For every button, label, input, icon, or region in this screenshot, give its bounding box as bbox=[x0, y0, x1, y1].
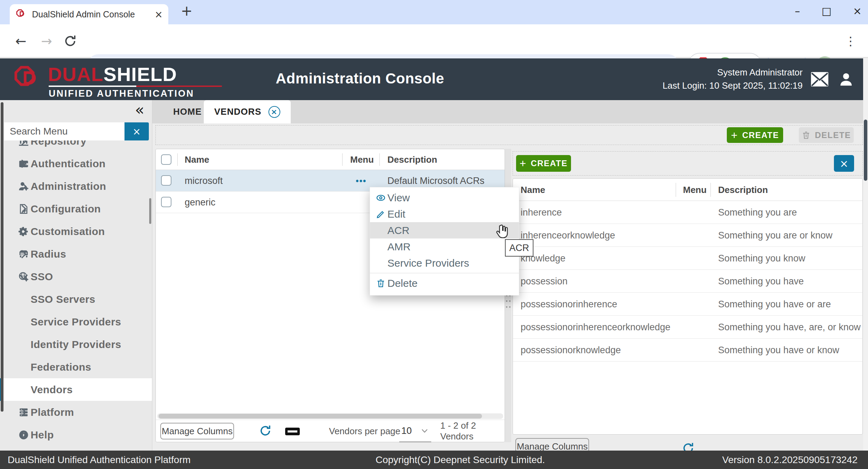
sidebar-item-sso-servers[interactable]: SSO Servers bbox=[0, 288, 152, 310]
row-checkbox[interactable] bbox=[161, 175, 171, 186]
acr-row-possession[interactable]: possessionSomething you have bbox=[513, 270, 862, 293]
acr-name: inherenceorknowledge bbox=[521, 224, 615, 247]
per-page-label: Vendors per page bbox=[329, 420, 400, 442]
sidebar-item-help[interactable]: Help bbox=[0, 423, 152, 446]
acr-table-footer-clipped: Manage Columns bbox=[513, 435, 863, 451]
sidebar-item-administration[interactable]: Administration bbox=[0, 175, 152, 197]
sidebar-item-label: Vendors bbox=[31, 384, 73, 396]
sidebar-item-label: SSO Servers bbox=[31, 293, 95, 305]
acr-description: Something you have or are bbox=[718, 293, 831, 316]
acr-row-possessionorinherence[interactable]: possessionorinherenceSomething you have … bbox=[513, 293, 862, 316]
trash-icon bbox=[802, 131, 811, 140]
acr-table: Name Menu Description inherenceSomething… bbox=[513, 178, 863, 435]
back-button[interactable]: ← bbox=[13, 33, 29, 49]
browser-tab-title: DualShield Admin Console bbox=[32, 9, 150, 19]
browser-tab[interactable]: DualShield Admin Console × bbox=[10, 4, 168, 24]
sidebar-scrollbar-left[interactable] bbox=[1, 102, 3, 412]
browser-tab-bar: DualShield Admin Console × + – □ × bbox=[0, 0, 868, 24]
per-page-select[interactable]: 10 bbox=[399, 420, 431, 442]
splitter-grip-icon bbox=[506, 295, 510, 310]
window-close-button[interactable]: × bbox=[853, 5, 862, 17]
acr-panel-close-button[interactable]: × bbox=[834, 155, 854, 172]
sidebar-item-label: Help bbox=[31, 429, 54, 441]
user-profile-icon[interactable] bbox=[838, 71, 854, 88]
logo-rule-white bbox=[49, 86, 136, 87]
new-tab-button[interactable]: + bbox=[181, 3, 193, 19]
reload-button[interactable] bbox=[63, 34, 77, 48]
sidebar-item-service-providers[interactable]: Service Providers bbox=[0, 310, 152, 333]
chevron-down-icon bbox=[18, 271, 29, 282]
eye-icon bbox=[375, 193, 387, 203]
horizontal-scrollbar[interactable] bbox=[157, 413, 503, 419]
acr-row-inherence[interactable]: inherenceSomething you are bbox=[513, 201, 862, 224]
user-info: System Administrator Last Login: 10 Sept… bbox=[662, 66, 803, 92]
sidebar-item-sso[interactable]: SSO bbox=[0, 265, 152, 288]
dualshield-favicon bbox=[15, 8, 27, 20]
acr-table-rows: inherenceSomething you areinherenceorkno… bbox=[513, 201, 862, 362]
manage-columns-button[interactable]: Manage Columns bbox=[160, 423, 234, 439]
column-header-menu[interactable]: Menu bbox=[350, 149, 374, 170]
sidebar-item-label: Platform bbox=[31, 406, 74, 418]
sidebar-scrollbar[interactable] bbox=[149, 198, 151, 224]
mail-icon[interactable] bbox=[810, 71, 829, 88]
sidebar-item-customisation[interactable]: Customisation bbox=[0, 220, 152, 243]
sidebar-item-label: Service Providers bbox=[31, 316, 121, 328]
context-menu-item-edit[interactable]: Edit bbox=[370, 206, 519, 222]
tab-close-icon[interactable]: × bbox=[155, 9, 163, 20]
column-header-description[interactable]: Description bbox=[718, 179, 768, 201]
context-menu-label: Service Providers bbox=[387, 257, 469, 269]
chevron-right-icon bbox=[18, 203, 29, 215]
sidebar-item-vendors[interactable]: Vendors bbox=[0, 378, 152, 401]
acr-row-knowledge[interactable]: knowledgeSomething you know bbox=[513, 247, 862, 270]
footer-copyright: Copyright(C) Deepnet Security Limited. bbox=[376, 451, 545, 469]
refresh-icon[interactable] bbox=[259, 424, 272, 437]
acr-row-inherenceorknowledge[interactable]: inherenceorknowledgeSomething you are or… bbox=[513, 224, 862, 247]
last-login: Last Login: 10 Sept 2025, 11:02:19 bbox=[662, 79, 803, 92]
page-scrollbar[interactable] bbox=[863, 58, 868, 451]
column-header-description[interactable]: Description bbox=[387, 149, 437, 170]
context-menu-item-delete[interactable]: Delete bbox=[370, 273, 519, 293]
manage-columns-button[interactable]: Manage Columns bbox=[515, 438, 589, 451]
page-scrollbar-thumb[interactable] bbox=[864, 120, 867, 181]
density-icon[interactable] bbox=[285, 428, 300, 435]
context-menu-item-view[interactable]: View bbox=[370, 189, 519, 206]
acr-row-possessionorinherenceorknowledge[interactable]: possessionorinherenceorknowledgeSomethin… bbox=[513, 316, 862, 339]
context-menu-label: Edit bbox=[387, 208, 405, 220]
select-all-checkbox[interactable] bbox=[161, 154, 171, 165]
column-header-menu[interactable]: Menu bbox=[683, 179, 707, 201]
column-header-name[interactable]: Name bbox=[521, 179, 545, 201]
window-maximize-button[interactable]: □ bbox=[822, 5, 831, 17]
sidebar-item-configuration[interactable]: Configuration bbox=[0, 197, 152, 220]
sidebar-item-radius[interactable]: Radius bbox=[0, 243, 152, 265]
window-minimize-button[interactable]: – bbox=[795, 5, 800, 17]
chevron-right-icon bbox=[18, 249, 29, 260]
sidebar-item-platform[interactable]: Platform bbox=[0, 401, 152, 423]
search-menu-input[interactable] bbox=[4, 122, 124, 140]
acr-name: possessionorknowledge bbox=[521, 339, 621, 362]
acr-name: possessionorinherenceorknowledge bbox=[521, 316, 670, 339]
row-menu-button[interactable]: ••• bbox=[356, 170, 367, 192]
sidebar-item-federations[interactable]: Federations bbox=[0, 356, 152, 378]
create-acr-button[interactable]: +CREATE bbox=[516, 155, 571, 172]
delete-vendor-button[interactable]: DELETE bbox=[799, 127, 854, 143]
context-menu-item-service-providers[interactable]: Service Providers bbox=[370, 255, 519, 271]
scrollbar-thumb[interactable] bbox=[159, 414, 482, 419]
browser-menu-icon[interactable]: ⋮ bbox=[843, 33, 858, 49]
icon-spacer bbox=[375, 226, 387, 235]
search-clear-button[interactable]: × bbox=[124, 122, 149, 140]
row-checkbox[interactable] bbox=[161, 197, 171, 207]
column-header-name[interactable]: Name bbox=[185, 149, 209, 170]
tab-vendors[interactable]: VENDORS × bbox=[204, 100, 291, 123]
acr-row-possessionorknowledge[interactable]: possessionorknowledgeSomething you have … bbox=[513, 339, 862, 362]
chevron-right-icon bbox=[18, 429, 29, 440]
sidebar-item-authentication[interactable]: Authentication bbox=[0, 152, 152, 175]
create-vendor-button[interactable]: +CREATE bbox=[727, 127, 783, 143]
sidebar-item-identity-providers[interactable]: Identity Providers bbox=[0, 333, 152, 356]
page-title: Administration Console bbox=[268, 70, 452, 87]
acr-description: Something you are bbox=[718, 201, 797, 224]
tab-vendors-close-icon[interactable]: × bbox=[268, 106, 280, 118]
sidebar-collapse-button[interactable]: « bbox=[135, 101, 144, 119]
chevron-down-icon bbox=[421, 427, 428, 435]
forward-button[interactable]: → bbox=[39, 33, 54, 49]
refresh-icon[interactable] bbox=[682, 442, 695, 451]
